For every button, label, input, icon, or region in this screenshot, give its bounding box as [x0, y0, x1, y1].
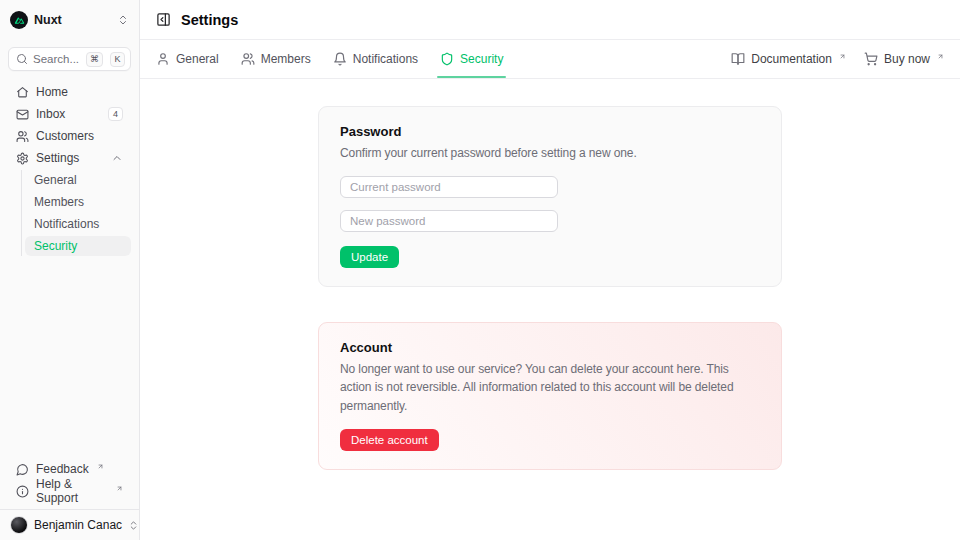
sidebar-item-feedback[interactable]: Feedback [8, 459, 131, 479]
chat-bubble-icon [16, 463, 29, 476]
bell-icon [333, 52, 347, 66]
gear-icon [16, 152, 29, 165]
current-password-field[interactable] [340, 176, 558, 198]
new-password-field[interactable] [340, 210, 558, 232]
shield-icon [440, 52, 454, 66]
page-header: Settings [140, 0, 960, 40]
external-link-icon [937, 53, 944, 60]
tab-label: General [176, 52, 219, 66]
tabs: General Members Notifications Security [156, 40, 503, 78]
chevrons-up-down-icon [117, 14, 129, 26]
user-menu[interactable]: Benjamin Canac [0, 509, 139, 540]
sidebar-item-label: Notifications [34, 217, 99, 231]
chevron-up-icon [111, 152, 123, 164]
sidebar-collapse-icon[interactable] [156, 12, 171, 27]
users-icon [16, 130, 29, 143]
sidebar-nav: Home Inbox 4 Customers Settings [0, 82, 139, 258]
shopping-cart-icon [864, 52, 878, 66]
info-icon [16, 485, 29, 498]
sidebar-item-inbox[interactable]: Inbox 4 [8, 104, 131, 124]
search-placeholder: Search... [33, 53, 81, 65]
nuxt-logo-icon [10, 11, 28, 29]
kbd-k: K [110, 52, 125, 67]
sidebar-item-home[interactable]: Home [8, 82, 131, 102]
sidebar-item-label: Feedback [36, 462, 89, 476]
sidebar-item-label: Members [34, 195, 84, 209]
book-open-icon [731, 52, 745, 66]
user-icon [156, 52, 170, 66]
sidebar-item-label: Inbox [36, 107, 65, 121]
inbox-count-badge: 4 [108, 107, 123, 121]
password-card-title: Password [340, 124, 760, 139]
sidebar-item-label: Security [34, 239, 77, 253]
avatar [10, 516, 28, 534]
sidebar-item-label: General [34, 173, 77, 187]
sidebar-item-security[interactable]: Security [25, 236, 131, 256]
users-icon [241, 52, 255, 66]
kbd-cmd: ⌘ [86, 52, 103, 67]
account-card-description: No longer want to use our service? You c… [340, 360, 760, 416]
sidebar-item-notifications[interactable]: Notifications [25, 214, 131, 234]
external-link-icon [839, 53, 846, 60]
sidebar-item-members[interactable]: Members [25, 192, 131, 212]
chevrons-up-down-icon [128, 520, 139, 531]
documentation-link[interactable]: Documentation [731, 52, 846, 66]
home-icon [16, 86, 29, 99]
tab-security[interactable]: Security [440, 40, 503, 78]
sidebar-item-label: Help & Support [36, 477, 108, 505]
external-link-icon [116, 485, 123, 492]
sidebar-spacer [0, 258, 139, 459]
sidebar-item-customers[interactable]: Customers [8, 126, 131, 146]
main-area: Settings General Members Notifications [140, 0, 960, 540]
tab-label: Members [261, 52, 311, 66]
inbox-icon [16, 108, 29, 121]
settings-sub-list: General Members Notifications Security [21, 170, 131, 256]
sidebar-footer: Feedback Help & Support [0, 459, 139, 503]
sidebar: Nuxt Search... ⌘ K Home Inbox 4 [0, 0, 140, 540]
link-label: Documentation [751, 52, 832, 66]
tab-notifications[interactable]: Notifications [333, 40, 418, 78]
tab-bar: General Members Notifications Security [140, 40, 960, 79]
account-card-title: Account [340, 340, 760, 355]
account-card: Account No longer want to use our servic… [318, 322, 782, 471]
sidebar-item-label: Home [36, 85, 68, 99]
sidebar-item-help-support[interactable]: Help & Support [8, 481, 131, 501]
sidebar-item-label: Customers [36, 129, 94, 143]
user-name: Benjamin Canac [34, 518, 122, 532]
password-card-description: Confirm your current password before set… [340, 144, 760, 163]
workspace-switcher[interactable]: Nuxt [10, 8, 129, 32]
sidebar-item-label: Settings [36, 151, 79, 165]
tab-label: Security [460, 52, 503, 66]
tab-label: Notifications [353, 52, 418, 66]
external-link-icon [97, 463, 104, 470]
page-title: Settings [181, 12, 238, 28]
buy-now-link[interactable]: Buy now [864, 52, 944, 66]
workspace-name: Nuxt [34, 13, 62, 27]
password-card: Password Confirm your current password b… [318, 106, 782, 287]
update-button[interactable]: Update [340, 246, 399, 268]
tab-general[interactable]: General [156, 40, 219, 78]
content-area: Password Confirm your current password b… [140, 79, 960, 540]
header-links: Documentation Buy now [731, 52, 944, 66]
tab-members[interactable]: Members [241, 40, 311, 78]
search-input[interactable]: Search... ⌘ K [8, 47, 131, 71]
sidebar-item-general[interactable]: General [25, 170, 131, 190]
sidebar-item-settings[interactable]: Settings [8, 148, 131, 168]
link-label: Buy now [884, 52, 930, 66]
delete-account-button[interactable]: Delete account [340, 429, 439, 451]
search-icon [16, 53, 28, 65]
